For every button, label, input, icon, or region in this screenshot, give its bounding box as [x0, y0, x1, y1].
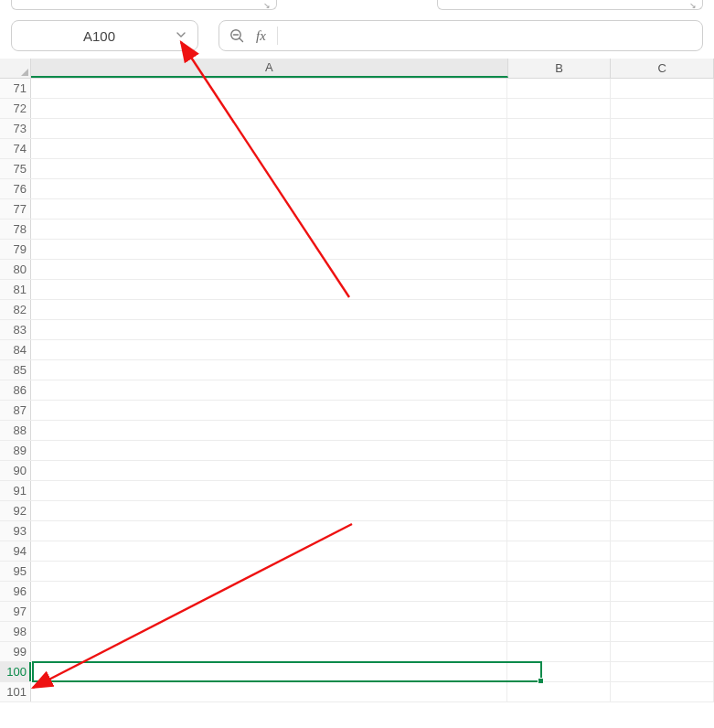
cell-C97[interactable] — [611, 602, 714, 621]
cell-A72[interactable] — [31, 99, 507, 118]
cell-C98[interactable] — [611, 622, 714, 641]
cell-B97[interactable] — [507, 602, 611, 621]
cell-A79[interactable] — [31, 240, 507, 259]
cell-C87[interactable] — [611, 401, 714, 420]
cell-B82[interactable] — [507, 300, 611, 319]
row-header-97[interactable]: 97 — [0, 602, 31, 621]
cell-B77[interactable] — [507, 199, 611, 219]
cell-A74[interactable] — [31, 139, 507, 158]
cell-C85[interactable] — [611, 360, 714, 380]
row-header-91[interactable]: 91 — [0, 481, 31, 500]
cell-B93[interactable] — [507, 521, 611, 541]
cell-B85[interactable] — [507, 360, 611, 380]
cell-C100[interactable] — [611, 662, 714, 681]
cell-B90[interactable] — [507, 461, 611, 480]
cell-C74[interactable] — [611, 139, 714, 158]
cell-C90[interactable] — [611, 461, 714, 480]
cell-B87[interactable] — [507, 401, 611, 420]
column-header-B[interactable]: B — [508, 59, 612, 78]
row-header-100[interactable]: 100 — [0, 662, 31, 681]
cell-C79[interactable] — [611, 240, 714, 259]
row-header-101[interactable]: 101 — [0, 682, 31, 701]
cell-B92[interactable] — [507, 501, 611, 520]
cell-C83[interactable] — [611, 320, 714, 339]
cell-B76[interactable] — [507, 179, 611, 198]
cell-C78[interactable] — [611, 219, 714, 239]
cell-B95[interactable] — [507, 562, 611, 581]
cell-C99[interactable] — [611, 642, 714, 661]
cell-B73[interactable] — [507, 119, 611, 138]
cell-A71[interactable] — [31, 79, 507, 98]
cell-A82[interactable] — [31, 300, 507, 319]
cell-B84[interactable] — [507, 340, 611, 359]
cell-A90[interactable] — [31, 461, 507, 480]
cell-C93[interactable] — [611, 521, 714, 541]
cell-B81[interactable] — [507, 280, 611, 299]
cell-C95[interactable] — [611, 562, 714, 581]
row-header-73[interactable]: 73 — [0, 119, 31, 138]
cell-B74[interactable] — [507, 139, 611, 158]
row-header-86[interactable]: 86 — [0, 380, 31, 400]
cell-A101[interactable] — [31, 682, 507, 701]
row-header-85[interactable]: 85 — [0, 360, 31, 380]
cell-B86[interactable] — [507, 380, 611, 400]
column-header-A[interactable]: A — [31, 59, 508, 78]
row-header-96[interactable]: 96 — [0, 582, 31, 601]
row-header-74[interactable]: 74 — [0, 139, 31, 158]
cell-C92[interactable] — [611, 501, 714, 520]
cell-C84[interactable] — [611, 340, 714, 359]
row-header-78[interactable]: 78 — [0, 219, 31, 239]
chevron-down-icon[interactable] — [176, 29, 186, 43]
cell-C75[interactable] — [611, 159, 714, 178]
row-header-71[interactable]: 71 — [0, 79, 31, 98]
select-all-corner[interactable] — [0, 59, 31, 78]
cell-C89[interactable] — [611, 441, 714, 460]
cell-A81[interactable] — [31, 280, 507, 299]
cell-B96[interactable] — [507, 582, 611, 601]
cell-C77[interactable] — [611, 199, 714, 219]
cell-A77[interactable] — [31, 199, 507, 219]
cell-A93[interactable] — [31, 521, 507, 541]
row-header-83[interactable]: 83 — [0, 320, 31, 339]
cell-B91[interactable] — [507, 481, 611, 500]
cell-B89[interactable] — [507, 441, 611, 460]
row-header-81[interactable]: 81 — [0, 280, 31, 299]
cell-B88[interactable] — [507, 421, 611, 440]
cell-A94[interactable] — [31, 541, 507, 561]
formula-input[interactable] — [289, 28, 693, 43]
row-header-94[interactable]: 94 — [0, 541, 31, 561]
cell-A89[interactable] — [31, 441, 507, 460]
cell-A76[interactable] — [31, 179, 507, 198]
cell-A75[interactable] — [31, 159, 507, 178]
row-header-90[interactable]: 90 — [0, 461, 31, 480]
fx-icon[interactable]: fx — [256, 28, 266, 44]
row-header-93[interactable]: 93 — [0, 521, 31, 541]
row-header-82[interactable]: 82 — [0, 300, 31, 319]
cell-A100[interactable] — [31, 662, 507, 681]
cell-A86[interactable] — [31, 380, 507, 400]
cell-A85[interactable] — [31, 360, 507, 380]
cell-B94[interactable] — [507, 541, 611, 561]
row-header-75[interactable]: 75 — [0, 159, 31, 178]
row-header-87[interactable]: 87 — [0, 401, 31, 420]
cell-C81[interactable] — [611, 280, 714, 299]
row-header-89[interactable]: 89 — [0, 441, 31, 460]
cell-A73[interactable] — [31, 119, 507, 138]
row-header-95[interactable]: 95 — [0, 562, 31, 581]
cell-C96[interactable] — [611, 582, 714, 601]
cell-A98[interactable] — [31, 622, 507, 641]
cell-C82[interactable] — [611, 300, 714, 319]
cell-C91[interactable] — [611, 481, 714, 500]
cell-B100[interactable] — [507, 662, 611, 681]
cell-B99[interactable] — [507, 642, 611, 661]
row-header-92[interactable]: 92 — [0, 501, 31, 520]
row-header-80[interactable]: 80 — [0, 260, 31, 279]
cell-A83[interactable] — [31, 320, 507, 339]
row-header-88[interactable]: 88 — [0, 421, 31, 440]
row-header-72[interactable]: 72 — [0, 99, 31, 118]
cell-C88[interactable] — [611, 421, 714, 440]
cell-C71[interactable] — [611, 79, 714, 98]
cell-C101[interactable] — [611, 682, 714, 701]
cell-A92[interactable] — [31, 501, 507, 520]
name-box[interactable]: A100 — [11, 20, 198, 51]
